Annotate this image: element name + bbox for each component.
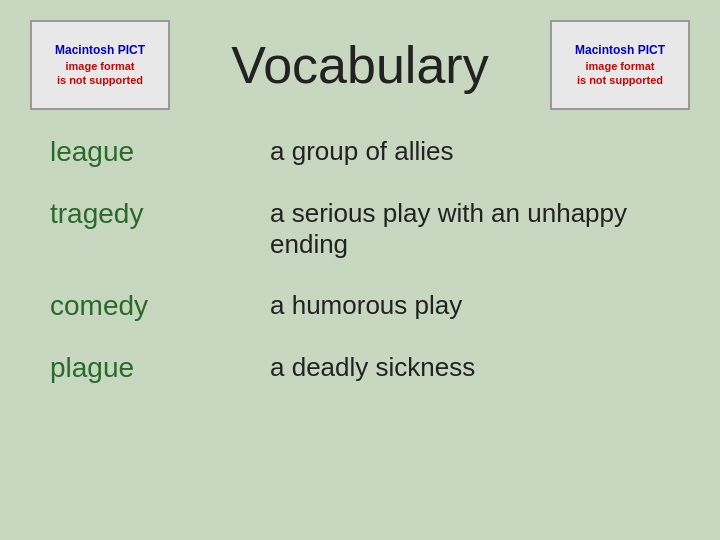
pict-text-left-line2: image format [65,59,134,73]
vocab-term-tragedy: tragedy [30,198,230,230]
pict-placeholder-left: Macintosh PICT image format is not suppo… [30,20,170,110]
vocab-term-league: league [30,136,230,168]
vocab-row-league: league a group of allies [30,130,690,174]
pict-placeholder-right: Macintosh PICT image format is not suppo… [550,20,690,110]
vocab-def-league: a group of allies [230,136,690,167]
pict-text-right-line2: image format [585,59,654,73]
pict-text-left-line3: is not supported [57,73,143,87]
vocab-row-plague: plague a deadly sickness [30,346,690,390]
pict-title-left: Macintosh PICT [55,43,145,59]
vocab-def-comedy: a humorous play [230,290,690,321]
vocab-def-tragedy: a serious play with an unhappy ending [230,198,690,260]
page-title: Vocabulary [170,35,550,95]
vocab-def-plague: a deadly sickness [230,352,690,383]
page-container: Macintosh PICT image format is not suppo… [0,0,720,540]
pict-title-right: Macintosh PICT [575,43,665,59]
header-row: Macintosh PICT image format is not suppo… [30,20,690,110]
vocab-row-comedy: comedy a humorous play [30,284,690,328]
vocab-table: league a group of allies tragedy a serio… [30,130,690,390]
vocab-term-comedy: comedy [30,290,230,322]
vocab-term-plague: plague [30,352,230,384]
pict-text-right-line3: is not supported [577,73,663,87]
vocab-row-tragedy: tragedy a serious play with an unhappy e… [30,192,690,266]
